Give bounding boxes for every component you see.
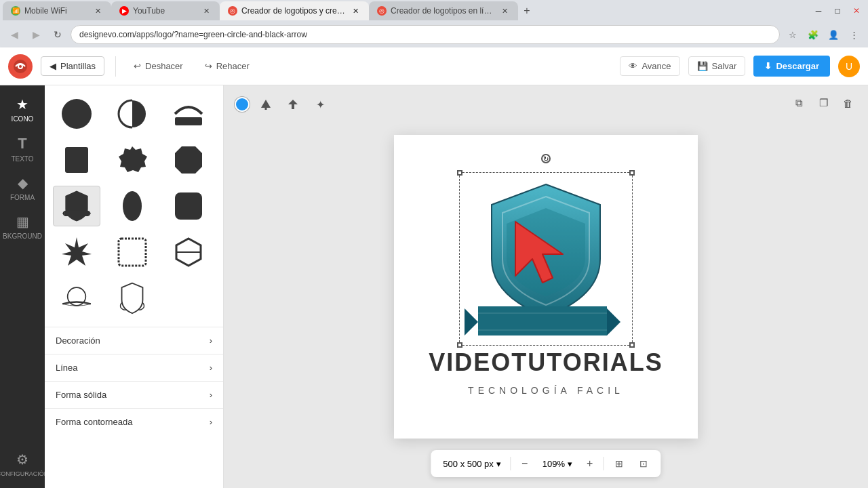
shape-badge-rect[interactable] xyxy=(53,140,100,180)
forma-contorneada-header[interactable]: Forma contorneada › xyxy=(45,409,223,435)
shape-circle-banner[interactable] xyxy=(53,278,100,319)
refresh-button[interactable]: ↻ xyxy=(49,26,66,43)
logo-sub-text: TECNOLOGÍA FACIL xyxy=(468,385,624,396)
tab-close-3[interactable]: ✕ xyxy=(350,5,361,16)
forma-icon: ◆ xyxy=(18,175,28,191)
grid-view-button[interactable]: ⊞ xyxy=(610,454,629,473)
sidebar-item-configuracion[interactable]: ⚙ CONFIGURACIÓN xyxy=(3,446,42,483)
tab-designevo-1[interactable]: ◎ Creador de logotipos y creador... ✕ xyxy=(220,1,369,20)
linea-section: Línea › xyxy=(45,354,223,381)
shape-octagon[interactable] xyxy=(165,140,212,180)
shape-shield-banner[interactable] xyxy=(53,186,100,226)
fit-view-button[interactable]: ⊡ xyxy=(634,454,653,473)
plantillas-label: Plantillas xyxy=(60,61,96,71)
handle-tr[interactable] xyxy=(629,170,635,176)
bookmark-star-icon[interactable]: ☆ xyxy=(784,26,802,43)
canvas-tree-tool[interactable] xyxy=(255,94,277,115)
avance-button[interactable]: 👁 Avance xyxy=(620,56,679,76)
tab-youtube[interactable]: ▶ YouTube ✕ xyxy=(111,1,220,20)
forma-contorneada-section: Forma contorneada › xyxy=(45,408,223,435)
size-chevron-icon: ▾ xyxy=(496,459,501,469)
app-logo-icon xyxy=(12,58,28,75)
minimize-button[interactable]: ─ xyxy=(810,4,827,18)
window-controls: ─ □ ✕ xyxy=(810,4,865,18)
app-logo xyxy=(8,54,33,79)
close-button[interactable]: ✕ xyxy=(848,4,865,18)
rotate-handle[interactable]: ↻ xyxy=(541,154,551,163)
bottom-separator-1 xyxy=(511,457,511,470)
descargar-button[interactable]: ⬇ Descargar xyxy=(753,56,830,77)
decoracion-header[interactable]: Decoración › xyxy=(45,327,223,354)
extension-icon[interactable]: 🧩 xyxy=(804,26,822,43)
forma-label: FORMA xyxy=(10,194,35,201)
zoom-in-button[interactable]: + xyxy=(582,455,598,472)
banner-graphic xyxy=(465,303,620,340)
shape-arc-banner[interactable] xyxy=(165,94,212,134)
shape-badge-ornate[interactable] xyxy=(108,140,156,180)
zoom-level[interactable]: 109% ▾ xyxy=(538,458,576,470)
handle-bl[interactable] xyxy=(457,342,462,348)
logo-icon-area[interactable]: ↻ xyxy=(471,178,620,340)
sidebar-item-bkground[interactable]: ▦ BKGROUND xyxy=(3,208,42,245)
app-header: ◀ Plantillas ↩ Deshacer ↪ Rehacer 👁 Avan… xyxy=(0,47,868,85)
user-profile-icon[interactable]: 👤 xyxy=(825,26,842,43)
forma-solida-header[interactable]: Forma sólida › xyxy=(45,382,223,408)
tab-designevo-2[interactable]: ◎ Creador de logotipos en línea g... ✕ xyxy=(369,1,518,20)
new-tab-button[interactable]: + xyxy=(518,2,536,20)
logo-main-text: VIDEOTUTORIALS xyxy=(429,348,663,377)
canvas-right-toolbar: ⧉ ❐ 🗑 xyxy=(789,94,857,113)
shape-oval[interactable] xyxy=(108,186,156,226)
svg-rect-17 xyxy=(265,108,267,110)
canvas-arrow-tool[interactable] xyxy=(282,94,304,115)
tab-close-2[interactable]: ✕ xyxy=(201,5,212,16)
forma-solida-section: Forma sólida › xyxy=(45,381,223,408)
shape-circle-half[interactable] xyxy=(108,94,156,134)
decoracion-section: Decoración › xyxy=(45,327,223,354)
duplicate-icon[interactable]: ❐ xyxy=(814,94,833,113)
layers-icon[interactable]: ⧉ xyxy=(789,94,808,113)
app: ◀ Plantillas ↩ Deshacer ↪ Rehacer 👁 Avan… xyxy=(0,47,868,488)
sidebar-item-icono[interactable]: ★ ICONO xyxy=(3,91,42,128)
url-input[interactable]: designevo.com/apps/logo/?name=green-circ… xyxy=(71,25,780,44)
user-avatar[interactable]: U xyxy=(838,56,860,77)
maximize-button[interactable]: □ xyxy=(829,4,846,18)
deshacer-button[interactable]: ↩ Deshacer xyxy=(127,57,190,75)
tab-close-4[interactable]: ✕ xyxy=(499,5,510,16)
avance-icon: 👁 xyxy=(629,61,637,71)
sidebar-item-forma[interactable]: ◆ FORMA xyxy=(3,169,42,207)
delete-icon[interactable]: 🗑 xyxy=(838,94,857,113)
salvar-button[interactable]: 💾 Salvar xyxy=(688,56,746,76)
configuracion-label: CONFIGURACIÓN xyxy=(0,470,48,477)
shape-shield-wreath[interactable] xyxy=(108,278,156,319)
shape-square-rounded[interactable] xyxy=(165,186,212,226)
svg-rect-12 xyxy=(119,239,146,266)
tab-close-1[interactable]: ✕ xyxy=(92,5,103,16)
linea-header[interactable]: Línea › xyxy=(45,354,223,381)
forma-contorneada-label: Forma contorneada xyxy=(56,417,132,427)
shape-star-burst[interactable] xyxy=(53,232,100,272)
handle-br[interactable] xyxy=(629,342,635,348)
forma-contorneada-chevron-icon: › xyxy=(210,417,212,427)
size-selector[interactable]: 500 x 500 px ▾ xyxy=(439,458,505,470)
tab-mobile-wifi[interactable]: 📶 Mobile WiFi ✕ xyxy=(3,1,111,20)
shape-circle-filled[interactable] xyxy=(53,94,100,134)
configuracion-icon: ⚙ xyxy=(16,451,28,468)
rehacer-button[interactable]: ↪ Rehacer xyxy=(198,57,256,75)
color-picker[interactable] xyxy=(235,97,250,112)
settings-icon[interactable]: ⋮ xyxy=(845,26,863,43)
forward-button[interactable]: ▶ xyxy=(27,26,45,43)
title-bar: 📶 Mobile WiFi ✕ ▶ YouTube ✕ ◎ Creador de… xyxy=(0,0,868,22)
size-label: 500 x 500 px xyxy=(443,459,493,469)
plantillas-button[interactable]: ◀ Plantillas xyxy=(41,56,104,76)
zoom-chevron-icon: ▾ xyxy=(568,459,572,469)
zoom-out-button[interactable]: − xyxy=(517,455,533,472)
shape-hexagon-striped[interactable] xyxy=(165,232,212,272)
handle-tl[interactable] xyxy=(457,170,462,176)
linea-chevron-icon: › xyxy=(210,363,212,373)
sidebar-item-texto[interactable]: T TEXTO xyxy=(3,129,42,168)
canvas-magic-tool[interactable]: ✦ xyxy=(309,94,331,115)
descargar-icon: ⬇ xyxy=(764,61,772,71)
back-button[interactable]: ◀ xyxy=(5,26,23,43)
shape-rect-outline[interactable] xyxy=(108,232,156,272)
svg-point-3 xyxy=(62,99,92,129)
